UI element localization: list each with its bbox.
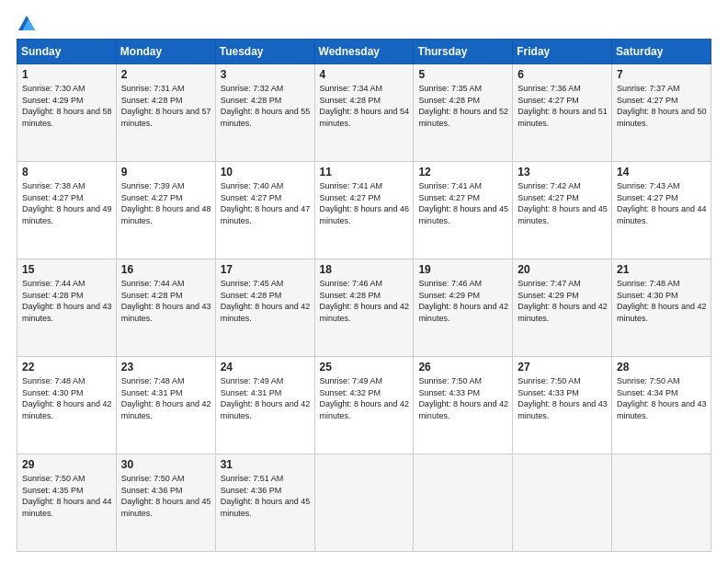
day-info: Sunrise: 7:37 AMSunset: 4:27 PMDaylight:… (617, 83, 707, 129)
calendar-cell: 4Sunrise: 7:34 AMSunset: 4:28 PMDaylight… (314, 64, 414, 162)
calendar-cell: 27Sunrise: 7:50 AMSunset: 4:33 PMDayligh… (513, 357, 612, 454)
day-number: 26 (418, 361, 508, 373)
calendar-cell: 23Sunrise: 7:48 AMSunset: 4:31 PMDayligh… (116, 357, 215, 454)
calendar-week-row: 22Sunrise: 7:48 AMSunset: 4:30 PMDayligh… (17, 357, 711, 454)
calendar-cell: 8Sunrise: 7:38 AMSunset: 4:27 PMDaylight… (17, 162, 117, 259)
calendar-cell (612, 454, 711, 552)
header (17, 15, 711, 29)
calendar-cell: 25Sunrise: 7:49 AMSunset: 4:32 PMDayligh… (314, 357, 414, 454)
day-info: Sunrise: 7:40 AMSunset: 4:27 PMDaylight:… (221, 180, 311, 226)
day-info: Sunrise: 7:44 AMSunset: 4:28 PMDaylight:… (22, 278, 112, 324)
day-info: Sunrise: 7:42 AMSunset: 4:27 PMDaylight:… (518, 180, 608, 226)
day-number: 4 (320, 68, 410, 81)
calendar-cell: 24Sunrise: 7:49 AMSunset: 4:31 PMDayligh… (215, 357, 314, 454)
calendar-cell: 21Sunrise: 7:48 AMSunset: 4:30 PMDayligh… (612, 259, 711, 357)
calendar-cell: 16Sunrise: 7:44 AMSunset: 4:28 PMDayligh… (116, 259, 215, 357)
calendar-week-row: 29Sunrise: 7:50 AMSunset: 4:35 PMDayligh… (17, 454, 711, 552)
day-info: Sunrise: 7:50 AMSunset: 4:33 PMDaylight:… (518, 375, 608, 421)
day-number: 18 (320, 263, 410, 276)
calendar-cell: 28Sunrise: 7:50 AMSunset: 4:34 PMDayligh… (612, 357, 711, 454)
day-number: 8 (22, 166, 112, 178)
day-number: 14 (617, 166, 707, 178)
calendar-cell: 30Sunrise: 7:50 AMSunset: 4:36 PMDayligh… (116, 454, 215, 552)
calendar-cell (314, 454, 414, 552)
calendar-cell: 26Sunrise: 7:50 AMSunset: 4:33 PMDayligh… (414, 357, 513, 454)
calendar-table: SundayMondayTuesdayWednesdayThursdayFrid… (17, 39, 711, 552)
calendar-cell: 17Sunrise: 7:45 AMSunset: 4:28 PMDayligh… (215, 259, 314, 357)
calendar-cell: 3Sunrise: 7:32 AMSunset: 4:28 PMDaylight… (215, 64, 314, 162)
day-info: Sunrise: 7:48 AMSunset: 4:30 PMDaylight:… (22, 375, 112, 421)
day-info: Sunrise: 7:50 AMSunset: 4:33 PMDaylight:… (418, 375, 508, 421)
weekday-header-thursday: Thursday (414, 40, 513, 64)
day-number: 11 (320, 166, 410, 178)
day-number: 5 (418, 68, 508, 81)
weekday-header-monday: Monday (116, 40, 215, 64)
calendar-cell: 14Sunrise: 7:43 AMSunset: 4:27 PMDayligh… (612, 162, 711, 259)
day-number: 29 (22, 458, 112, 471)
day-info: Sunrise: 7:50 AMSunset: 4:34 PMDaylight:… (617, 375, 707, 421)
calendar-cell: 11Sunrise: 7:41 AMSunset: 4:27 PMDayligh… (314, 162, 414, 259)
day-number: 22 (22, 361, 112, 373)
day-info: Sunrise: 7:50 AMSunset: 4:35 PMDaylight:… (22, 473, 112, 519)
day-number: 6 (518, 68, 608, 81)
day-number: 3 (221, 68, 311, 81)
logo-text (17, 15, 35, 31)
calendar-cell (513, 454, 612, 552)
calendar-cell: 2Sunrise: 7:31 AMSunset: 4:28 PMDaylight… (116, 64, 215, 162)
calendar-cell: 15Sunrise: 7:44 AMSunset: 4:28 PMDayligh… (17, 259, 117, 357)
day-number: 27 (518, 361, 608, 373)
day-info: Sunrise: 7:47 AMSunset: 4:29 PMDaylight:… (518, 278, 608, 324)
calendar-cell (414, 454, 513, 552)
day-number: 2 (121, 68, 211, 81)
day-number: 31 (221, 458, 311, 471)
day-info: Sunrise: 7:50 AMSunset: 4:36 PMDaylight:… (121, 473, 211, 519)
day-number: 13 (518, 166, 608, 178)
day-info: Sunrise: 7:48 AMSunset: 4:30 PMDaylight:… (617, 278, 707, 324)
day-info: Sunrise: 7:44 AMSunset: 4:28 PMDaylight:… (121, 278, 211, 324)
day-info: Sunrise: 7:45 AMSunset: 4:28 PMDaylight:… (221, 278, 311, 324)
calendar-cell: 7Sunrise: 7:37 AMSunset: 4:27 PMDaylight… (612, 64, 711, 162)
weekday-header-tuesday: Tuesday (215, 40, 314, 64)
calendar-week-row: 15Sunrise: 7:44 AMSunset: 4:28 PMDayligh… (17, 259, 711, 357)
day-number: 30 (121, 458, 211, 471)
calendar-week-row: 8Sunrise: 7:38 AMSunset: 4:27 PMDaylight… (17, 162, 711, 259)
page: SundayMondayTuesdayWednesdayThursdayFrid… (0, 0, 728, 563)
calendar-cell: 10Sunrise: 7:40 AMSunset: 4:27 PMDayligh… (215, 162, 314, 259)
day-number: 17 (221, 263, 311, 276)
day-info: Sunrise: 7:41 AMSunset: 4:27 PMDaylight:… (418, 180, 508, 226)
day-info: Sunrise: 7:43 AMSunset: 4:27 PMDaylight:… (617, 180, 707, 226)
logo (17, 15, 35, 29)
day-info: Sunrise: 7:46 AMSunset: 4:29 PMDaylight:… (418, 278, 508, 324)
day-info: Sunrise: 7:46 AMSunset: 4:28 PMDaylight:… (320, 278, 410, 324)
day-info: Sunrise: 7:48 AMSunset: 4:31 PMDaylight:… (121, 375, 211, 421)
day-info: Sunrise: 7:36 AMSunset: 4:27 PMDaylight:… (518, 83, 608, 129)
calendar-cell: 19Sunrise: 7:46 AMSunset: 4:29 PMDayligh… (414, 259, 513, 357)
day-number: 7 (617, 68, 707, 81)
day-info: Sunrise: 7:49 AMSunset: 4:31 PMDaylight:… (221, 375, 311, 421)
weekday-header-wednesday: Wednesday (314, 40, 414, 64)
day-number: 16 (121, 263, 211, 276)
day-info: Sunrise: 7:34 AMSunset: 4:28 PMDaylight:… (320, 83, 410, 129)
day-number: 21 (617, 263, 707, 276)
day-number: 10 (221, 166, 311, 178)
calendar-cell: 18Sunrise: 7:46 AMSunset: 4:28 PMDayligh… (314, 259, 414, 357)
calendar-cell: 1Sunrise: 7:30 AMSunset: 4:29 PMDaylight… (17, 64, 117, 162)
calendar-cell: 12Sunrise: 7:41 AMSunset: 4:27 PMDayligh… (414, 162, 513, 259)
day-number: 19 (418, 263, 508, 276)
calendar-week-row: 1Sunrise: 7:30 AMSunset: 4:29 PMDaylight… (17, 64, 711, 162)
day-info: Sunrise: 7:39 AMSunset: 4:27 PMDaylight:… (121, 180, 211, 226)
day-number: 12 (418, 166, 508, 178)
day-info: Sunrise: 7:32 AMSunset: 4:28 PMDaylight:… (221, 83, 311, 129)
calendar-cell: 9Sunrise: 7:39 AMSunset: 4:27 PMDaylight… (116, 162, 215, 259)
calendar-header-row: SundayMondayTuesdayWednesdayThursdayFrid… (17, 40, 711, 64)
calendar-cell: 6Sunrise: 7:36 AMSunset: 4:27 PMDaylight… (513, 64, 612, 162)
day-number: 23 (121, 361, 211, 373)
day-info: Sunrise: 7:30 AMSunset: 4:29 PMDaylight:… (22, 83, 112, 129)
day-info: Sunrise: 7:38 AMSunset: 4:27 PMDaylight:… (22, 180, 112, 226)
logo-icon (18, 15, 35, 31)
calendar-cell: 29Sunrise: 7:50 AMSunset: 4:35 PMDayligh… (17, 454, 117, 552)
weekday-header-friday: Friday (513, 40, 612, 64)
day-number: 1 (22, 68, 112, 81)
calendar-cell: 31Sunrise: 7:51 AMSunset: 4:36 PMDayligh… (215, 454, 314, 552)
weekday-header-saturday: Saturday (612, 40, 711, 64)
